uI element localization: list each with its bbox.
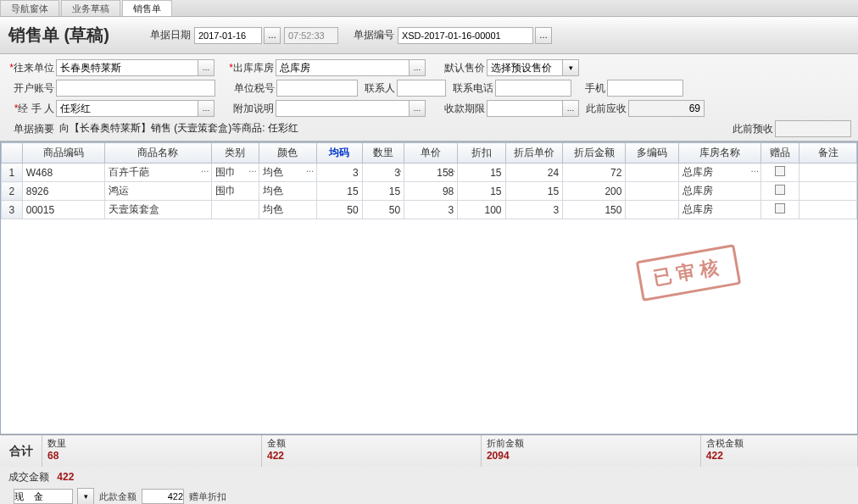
date-input[interactable] bbox=[194, 27, 262, 44]
docno-label: 单据编号 bbox=[354, 28, 394, 42]
tab-bar: 导航窗体业务草稿销售单 bbox=[0, 0, 858, 17]
handler-input[interactable] bbox=[56, 100, 198, 117]
table-row[interactable]: 300015天壹策套盒均色505031003150总库房 bbox=[2, 201, 857, 219]
gift-checkbox[interactable] bbox=[775, 166, 785, 176]
col-header[interactable]: 均码 bbox=[316, 143, 362, 163]
deal-label: 成交金额 bbox=[8, 471, 49, 483]
date-label: 单据日期 bbox=[150, 28, 191, 42]
line-grid[interactable]: 商品编码商品名称类别颜色均码数里单价折扣折后单价折后金额多编码库房名称赠品备注 … bbox=[0, 141, 858, 435]
col-header[interactable]: 折后金额 bbox=[563, 143, 626, 163]
col-header[interactable]: 商品名称 bbox=[104, 143, 211, 163]
col-header[interactable]: 类别 bbox=[211, 143, 259, 163]
partner-lookup-btn[interactable]: … bbox=[198, 59, 214, 76]
due-picker-btn[interactable]: … bbox=[562, 100, 579, 117]
mobile-input[interactable] bbox=[607, 80, 683, 97]
defprice-label: 默认售价 bbox=[437, 61, 485, 75]
table-row[interactable]: 1W468百卉千葩围巾均色33158152472总库房 bbox=[2, 163, 857, 182]
total-taxamount: 含税金额422 bbox=[701, 435, 858, 467]
tax-input[interactable] bbox=[276, 80, 358, 97]
docno-input[interactable] bbox=[398, 27, 533, 44]
tax-label: 单位税号 bbox=[227, 81, 275, 96]
form-area: 往来单位 … 出库库房 … 默认售价 ▾ 开户账号 单位税号 联系人 联系电话 … bbox=[0, 54, 858, 141]
due-input[interactable] bbox=[487, 100, 563, 117]
col-header[interactable]: 备注 bbox=[800, 143, 857, 163]
tab-2[interactable]: 销售单 bbox=[122, 0, 172, 16]
docno-lookup-btn[interactable]: … bbox=[535, 27, 552, 44]
prevpre-input bbox=[775, 120, 851, 137]
col-header[interactable]: 商品编码 bbox=[22, 143, 104, 163]
total-preamount: 折前金额2094 bbox=[482, 435, 701, 467]
approved-stamp: 已审核 bbox=[636, 244, 742, 302]
phone-input[interactable] bbox=[495, 80, 571, 97]
col-header[interactable]: 单价 bbox=[404, 143, 458, 163]
col-header[interactable]: 库房名称 bbox=[679, 143, 761, 163]
payamount-input[interactable] bbox=[142, 489, 184, 504]
col-header[interactable]: 多编码 bbox=[626, 143, 679, 163]
tab-0[interactable]: 导航窗体 bbox=[0, 0, 59, 16]
outwh-label: 出库库房 bbox=[226, 61, 274, 75]
phone-label: 联系电话 bbox=[446, 81, 493, 96]
prevrecv-input bbox=[628, 100, 705, 117]
date-picker-btn[interactable]: … bbox=[264, 27, 281, 44]
col-header[interactable] bbox=[2, 143, 23, 163]
contact-input[interactable] bbox=[397, 80, 446, 97]
total-qty: 数里68 bbox=[42, 435, 262, 467]
defprice-input[interactable] bbox=[487, 59, 563, 76]
partner-label: 往来单位 bbox=[7, 61, 54, 75]
extra-label: 附加说明 bbox=[226, 102, 274, 116]
gift-checkbox[interactable] bbox=[775, 203, 785, 213]
paytype-input[interactable] bbox=[14, 489, 73, 504]
time-input bbox=[284, 27, 338, 44]
extra-input[interactable] bbox=[276, 100, 410, 117]
outwh-lookup-btn[interactable]: … bbox=[409, 59, 426, 76]
deal-value: 422 bbox=[57, 471, 74, 483]
due-label: 收款期限 bbox=[437, 102, 485, 116]
contact-label: 联系人 bbox=[358, 81, 395, 96]
mobile-label: 手机 bbox=[571, 81, 605, 96]
extra-lookup-btn[interactable]: … bbox=[409, 100, 426, 117]
gift-checkbox[interactable] bbox=[775, 185, 785, 195]
bank-input[interactable] bbox=[56, 80, 215, 97]
outwh-input[interactable] bbox=[276, 59, 410, 76]
paytype-dropdown-btn[interactable]: ▾ bbox=[77, 488, 94, 504]
partner-input[interactable] bbox=[56, 59, 198, 76]
tab-1[interactable]: 业务草稿 bbox=[61, 0, 120, 16]
table-row[interactable]: 28926鸿运围巾均色1515981515200总库房 bbox=[2, 182, 857, 201]
totals-bar: 合计 数里68 金额422 折前金额2094 含税金额422 bbox=[0, 435, 858, 467]
doc-header: 销售单 (草稿) 单据日期 … 单据编号 … bbox=[0, 17, 858, 54]
total-amount: 金额422 bbox=[262, 435, 482, 467]
prevrecv-label: 此前应收 bbox=[579, 102, 627, 116]
handler-label: 经 手 人 bbox=[7, 102, 54, 116]
col-header[interactable]: 颜色 bbox=[259, 143, 317, 163]
summary-label: 单据摘要 bbox=[7, 122, 54, 136]
page-title: 销售单 (草稿) bbox=[8, 24, 109, 47]
prevpre-label: 此前预收 bbox=[726, 122, 773, 136]
bank-label: 开户账号 bbox=[7, 81, 54, 96]
col-header[interactable]: 折后单价 bbox=[505, 143, 563, 163]
defprice-dropdown-btn[interactable]: ▾ bbox=[562, 59, 579, 76]
col-header[interactable]: 数里 bbox=[362, 143, 404, 163]
col-header[interactable]: 赠品 bbox=[761, 143, 800, 163]
handler-lookup-btn[interactable]: … bbox=[198, 100, 214, 117]
footer: 成交金额 422 ▾ 此款金额 赠单折扣 bbox=[0, 467, 858, 504]
summary-text: 向【长春奥特莱斯】销售 (天壹策套盒)等商品: 任彩红 bbox=[56, 119, 726, 139]
totals-label: 合计 bbox=[0, 435, 42, 467]
col-header[interactable]: 折扣 bbox=[458, 143, 505, 163]
